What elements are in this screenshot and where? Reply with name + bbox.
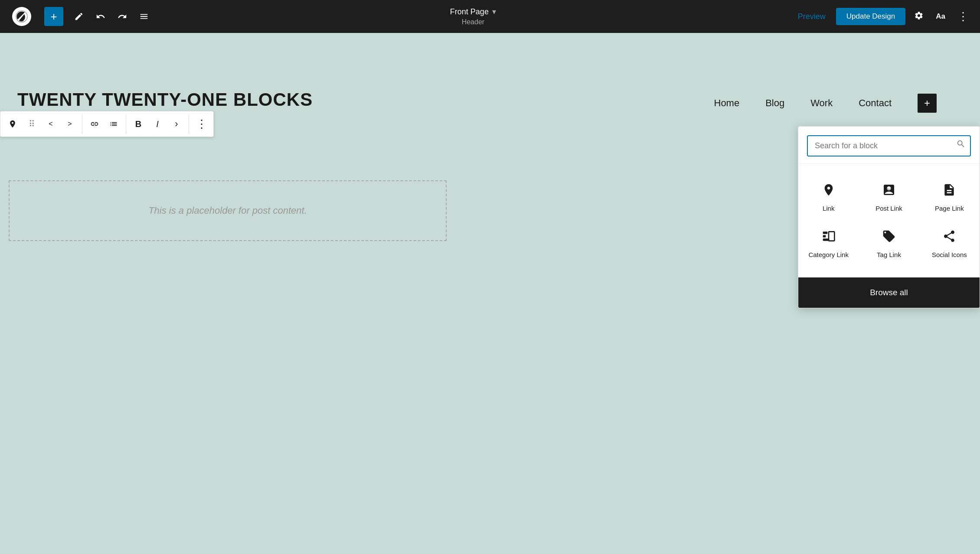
block-item-social-icons-label: Social Icons xyxy=(932,251,967,258)
toolbar-center: Front Page ▾ Header xyxy=(154,7,793,26)
list-view-button[interactable] xyxy=(134,7,154,26)
chevron-down-icon[interactable]: ▾ xyxy=(492,7,496,16)
nav-add-button[interactable]: + xyxy=(918,94,937,113)
canvas: ⠿ < > B I › ⋮ TWENTY TWENTY-ONE BLOCKS J… xyxy=(0,33,980,554)
wp-logo-icon xyxy=(12,7,31,26)
top-toolbar: + Front Page ▾ Header Preview Update Des… xyxy=(0,0,980,33)
block-options-button[interactable]: ⋮ xyxy=(193,114,210,134)
toolbar-options-group: ⋮ xyxy=(189,114,213,134)
block-search-area xyxy=(798,127,980,164)
link-icon xyxy=(822,183,836,200)
undo-button[interactable] xyxy=(91,7,110,26)
nav-item-home[interactable]: Home xyxy=(714,98,740,109)
tag-link-icon xyxy=(882,229,896,247)
block-item-post-link-label: Post Link xyxy=(875,205,902,212)
placeholder-text: This is a placeholder for post content. xyxy=(148,205,307,216)
unlink-button[interactable] xyxy=(105,114,122,134)
social-icons-icon xyxy=(942,229,956,247)
block-grid: Link Post Link Page Link C xyxy=(798,164,980,277)
svg-rect-4 xyxy=(829,231,834,241)
edit-mode-button[interactable] xyxy=(69,7,88,26)
drag-handle-button[interactable]: ⠿ xyxy=(23,114,40,134)
preview-button[interactable]: Preview xyxy=(793,9,831,25)
block-toolbar: ⠿ < > B I › ⋮ xyxy=(0,111,214,137)
toolbar-anchor-group: ⠿ < > xyxy=(0,114,82,134)
nav-prev-button[interactable]: < xyxy=(42,114,59,134)
toolbar-format-group: B I › xyxy=(126,114,189,134)
nav-item-contact[interactable]: Contact xyxy=(859,98,892,109)
post-content-placeholder: This is a placeholder for post content. xyxy=(9,180,447,241)
svg-rect-2 xyxy=(823,235,826,237)
block-search-input[interactable] xyxy=(807,135,971,156)
block-item-social-icons[interactable]: Social Icons xyxy=(919,221,980,267)
block-item-category-link[interactable]: Category Link xyxy=(798,221,859,267)
post-link-icon xyxy=(882,183,896,200)
settings-button[interactable] xyxy=(911,7,927,26)
page-title-bar: Front Page ▾ xyxy=(450,7,496,16)
block-item-page-link[interactable]: Page Link xyxy=(919,174,980,221)
block-item-post-link[interactable]: Post Link xyxy=(859,174,919,221)
add-block-button[interactable]: + xyxy=(44,7,63,26)
browse-all-button[interactable]: Browse all xyxy=(798,277,980,308)
block-item-link-label: Link xyxy=(823,205,835,212)
italic-button[interactable]: I xyxy=(149,114,166,134)
typography-button[interactable]: Aa xyxy=(932,9,949,24)
svg-rect-1 xyxy=(823,231,827,234)
redo-button[interactable] xyxy=(113,7,132,26)
toolbar-link-group xyxy=(82,114,126,134)
site-navigation: Home Blog Work Contact + xyxy=(714,94,937,113)
page-link-icon xyxy=(942,183,956,200)
toolbar-left: + xyxy=(9,3,154,29)
anchor-button[interactable] xyxy=(4,114,21,134)
category-link-icon xyxy=(822,229,836,247)
toolbar-right: Preview Update Design Aa ⋮ xyxy=(793,7,971,27)
block-item-tag-link-label: Tag Link xyxy=(877,251,901,258)
block-inserter-popup: Link Post Link Page Link C xyxy=(798,126,980,308)
wordpress-logo[interactable] xyxy=(9,3,35,29)
page-title: Front Page xyxy=(450,7,489,16)
more-format-button[interactable]: › xyxy=(168,114,185,134)
more-options-button[interactable]: ⋮ xyxy=(954,7,971,27)
link-button[interactable] xyxy=(86,114,103,134)
block-item-page-link-label: Page Link xyxy=(935,205,964,212)
block-item-tag-link[interactable]: Tag Link xyxy=(859,221,919,267)
nav-next-button[interactable]: > xyxy=(61,114,78,134)
block-item-link[interactable]: Link xyxy=(798,174,859,221)
block-item-category-link-label: Category Link xyxy=(808,251,849,258)
page-subtitle: Header xyxy=(462,18,484,26)
nav-item-work[interactable]: Work xyxy=(810,98,833,109)
search-icon[interactable] xyxy=(956,139,966,151)
bold-button[interactable]: B xyxy=(130,114,147,134)
update-design-button[interactable]: Update Design xyxy=(836,8,905,25)
nav-item-blog[interactable]: Blog xyxy=(765,98,784,109)
